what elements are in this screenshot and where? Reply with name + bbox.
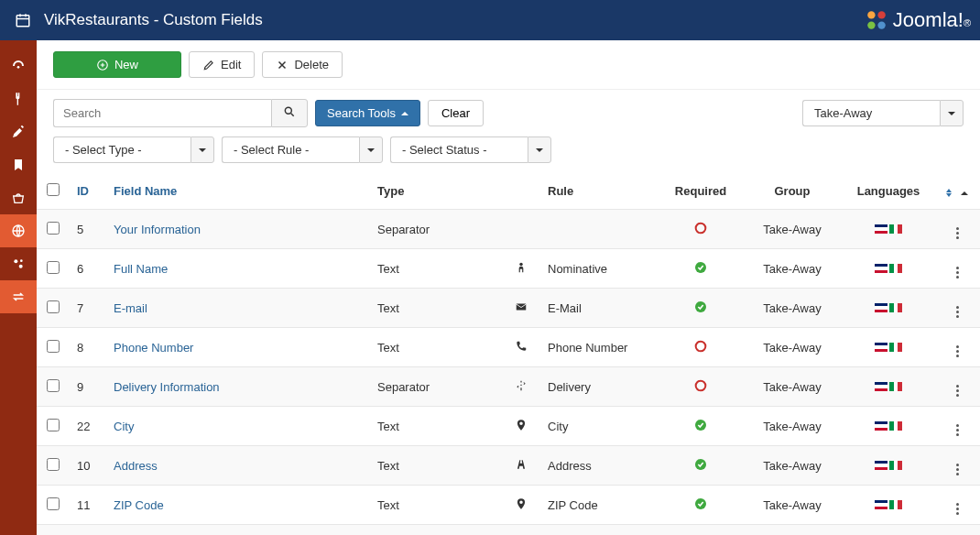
type-filter-caret[interactable]: [191, 136, 214, 163]
caret-up-icon: [961, 191, 968, 195]
rule-icon-cell: [507, 289, 540, 328]
row-languages: [843, 249, 934, 289]
flag-it-icon: [889, 382, 902, 391]
row-rule: Phone Number: [540, 328, 659, 367]
row-actions-menu[interactable]: [956, 503, 959, 515]
field-name-link[interactable]: Full Name: [114, 262, 168, 276]
status-filter-value: - Select Status -: [390, 136, 528, 163]
sidebar-item-transfer[interactable]: [0, 280, 37, 313]
svg-point-10: [14, 259, 17, 263]
flag-uk-icon: [875, 303, 887, 312]
row-group: Take-Away: [742, 367, 843, 407]
row-actions-menu[interactable]: [956, 424, 959, 436]
sidebar-item-dashboard[interactable]: [0, 49, 37, 82]
flag-it-icon: [889, 224, 902, 234]
field-name-link[interactable]: E-mail: [114, 301, 147, 315]
svg-rect-0: [16, 16, 29, 27]
required-toggle[interactable]: [659, 486, 742, 525]
row-actions-menu[interactable]: [956, 385, 959, 397]
row-checkbox[interactable]: [47, 497, 60, 510]
svg-point-21: [696, 341, 706, 351]
row-languages: [843, 210, 934, 249]
row-actions-menu[interactable]: [956, 227, 959, 239]
required-toggle[interactable]: [659, 407, 742, 446]
row-type: Text: [370, 328, 507, 367]
select-all-checkbox[interactable]: [47, 183, 60, 196]
row-languages: [843, 367, 934, 407]
field-name-link[interactable]: Address: [114, 459, 158, 473]
table-row: 5Your InformationSeparatorTake-Away: [37, 210, 980, 249]
required-toggle[interactable]: [659, 446, 742, 486]
group-filter-select[interactable]: Take-Away: [802, 100, 964, 126]
svg-point-11: [19, 265, 23, 268]
pencil-icon: [202, 59, 215, 71]
status-filter-caret[interactable]: [528, 136, 551, 163]
rule-icon-cell: [507, 407, 540, 446]
field-name-link[interactable]: City: [114, 420, 134, 433]
required-toggle[interactable]: [659, 367, 742, 407]
new-button[interactable]: New: [53, 51, 181, 78]
table-row: 7E-mailTextE-MailTake-Away: [37, 289, 980, 328]
field-name-link[interactable]: Your Information: [114, 223, 201, 236]
flag-uk-icon: [875, 461, 887, 470]
col-field-name[interactable]: Field Name: [106, 172, 370, 210]
col-id[interactable]: ID: [70, 172, 106, 210]
flag-it-icon: [889, 264, 902, 273]
field-name-link[interactable]: Delivery Information: [114, 380, 220, 394]
row-actions-menu[interactable]: [956, 306, 959, 318]
search-input[interactable]: [53, 99, 271, 127]
sidebar-item-global[interactable]: [0, 214, 37, 247]
delete-button[interactable]: Delete: [262, 51, 343, 78]
required-toggle[interactable]: [659, 328, 742, 367]
table-row: 12Delivery NotesTextareaDeliveryTake-Awa…: [37, 525, 980, 536]
row-rule: Nominative: [540, 249, 659, 289]
clear-button[interactable]: Clear: [428, 100, 484, 126]
group-filter-caret[interactable]: [940, 100, 964, 126]
row-checkbox[interactable]: [47, 222, 60, 235]
search-tools-button[interactable]: Search Tools: [315, 100, 420, 126]
row-group: Take-Away: [742, 407, 843, 446]
required-toggle[interactable]: [659, 525, 742, 536]
search-submit-button[interactable]: [271, 99, 308, 127]
type-filter-select[interactable]: - Select Type -: [53, 136, 214, 163]
sidebar-item-config[interactable]: [0, 247, 37, 280]
col-order[interactable]: [934, 172, 980, 210]
filter-bar-2: - Select Type - - Select Rule - - Select…: [37, 127, 980, 172]
row-checkbox[interactable]: [47, 458, 60, 471]
row-id: 6: [70, 249, 106, 289]
required-toggle[interactable]: [659, 210, 742, 249]
sidebar-item-restaurant[interactable]: [0, 82, 37, 115]
row-actions-menu[interactable]: [956, 345, 959, 357]
row-checkbox[interactable]: [47, 379, 60, 392]
row-rule: City: [540, 407, 659, 446]
row-languages: [843, 486, 934, 525]
rule-filter-caret[interactable]: [359, 136, 383, 163]
required-toggle[interactable]: [659, 249, 742, 289]
row-checkbox[interactable]: [47, 261, 60, 274]
row-checkbox[interactable]: [47, 340, 60, 353]
action-toolbar: New Edit Delete: [37, 40, 980, 90]
row-checkbox[interactable]: [47, 300, 60, 313]
row-checkbox[interactable]: [47, 419, 60, 431]
row-actions-menu[interactable]: [956, 464, 959, 475]
svg-point-16: [696, 223, 706, 233]
rule-icon-cell: [507, 486, 540, 525]
rule-icon-cell: [507, 210, 540, 249]
sidebar-item-operations[interactable]: [0, 115, 37, 148]
status-filter-select[interactable]: - Select Status -: [390, 136, 551, 163]
field-name-link[interactable]: Phone Number: [114, 341, 193, 355]
table-row: 10AddressTextAddressTake-Away: [37, 446, 980, 486]
sidebar-item-takeaway[interactable]: [0, 181, 37, 214]
flag-it-icon: [889, 500, 902, 509]
svg-point-4: [867, 11, 875, 18]
rule-filter-select[interactable]: - Select Rule -: [222, 136, 383, 163]
row-actions-menu[interactable]: [956, 267, 959, 278]
caret-down-icon: [536, 148, 543, 152]
col-group: Group: [742, 172, 843, 210]
required-toggle[interactable]: [659, 289, 742, 328]
sidebar-item-bookmark[interactable]: [0, 148, 37, 181]
edit-button[interactable]: Edit: [189, 51, 255, 78]
caret-down-icon: [199, 148, 206, 152]
field-name-link[interactable]: ZIP Code: [114, 498, 164, 512]
row-languages: [843, 407, 934, 446]
